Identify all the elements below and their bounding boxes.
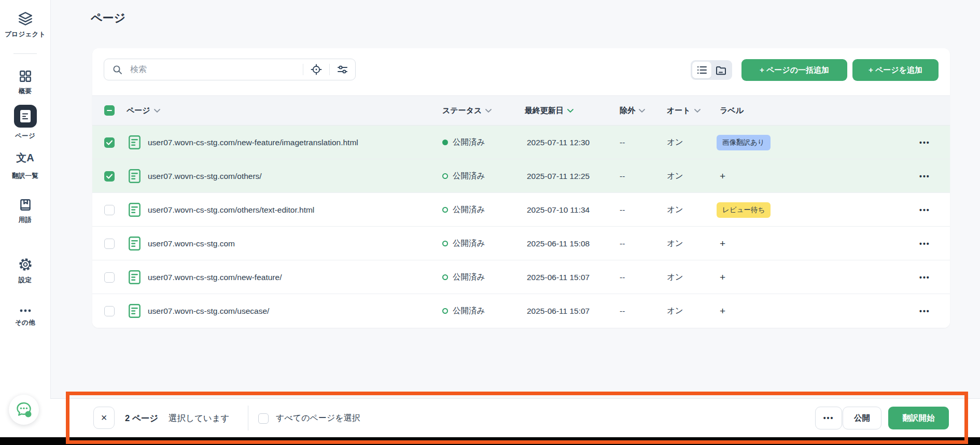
search-icon [110, 65, 124, 75]
grid-icon [0, 69, 50, 83]
sidebar-item-more[interactable]: その他 [0, 307, 50, 327]
status-dot-icon [442, 241, 448, 246]
auto-cell: オン [667, 126, 683, 159]
add-label-button[interactable]: + [720, 272, 725, 283]
filter-sliders-icon[interactable] [335, 64, 350, 75]
auto-cell: オン [667, 294, 683, 328]
row-menu-button[interactable]: ••• [919, 294, 930, 328]
column-header-updated[interactable]: 最終更新日 [525, 96, 573, 125]
sidebar-item-project[interactable]: プロジェクト [0, 11, 50, 39]
page-url[interactable]: user07.wovn-cs-stg.com/new-feature/image… [148, 126, 358, 159]
list-view-icon [697, 65, 707, 75]
exclusion-cell: -- [620, 193, 625, 227]
status-dot-icon [442, 308, 448, 314]
gear-icon [0, 257, 50, 272]
exclusion-cell: -- [620, 159, 625, 193]
page-url[interactable]: user07.wovn-cs-stg.com/others/ [148, 159, 262, 193]
column-header-auto[interactable]: オート [667, 96, 701, 125]
label-pill[interactable]: レビュー待ち [717, 202, 771, 218]
row-menu-button[interactable]: ••• [919, 193, 930, 227]
chevron-down-icon [639, 109, 645, 113]
column-header-page[interactable]: ページ [127, 96, 160, 125]
updated-cell: 2025-07-11 12:30 [527, 126, 590, 159]
sidebar-item-pages-active[interactable]: ページ [0, 105, 50, 141]
close-selection-button[interactable]: × [93, 407, 115, 429]
layers-icon [0, 11, 50, 26]
row-checkbox[interactable] [104, 205, 115, 215]
selected-count: 2 ページ [125, 399, 158, 438]
start-translation-button[interactable]: 翻訳開始 [888, 407, 949, 429]
folder-view-button[interactable] [711, 62, 731, 78]
column-header-exclusion[interactable]: 除外 [620, 96, 645, 125]
row-menu-button[interactable]: ••• [919, 159, 930, 193]
target-url-filter-icon[interactable] [309, 64, 324, 75]
chat-bubble-icon [15, 401, 33, 418]
search-input[interactable] [129, 64, 298, 75]
page-url[interactable]: user07.wovn-cs-stg.com/others/text-edito… [148, 193, 314, 227]
row-checkbox[interactable] [104, 306, 115, 316]
auto-cell: オン [667, 227, 683, 260]
add-label-button[interactable]: + [720, 238, 725, 249]
page-url[interactable]: user07.wovn-cs-stg.com [148, 227, 235, 260]
table-row: user07.wovn-cs-stg.com 公開済み 2025-06-11 1… [92, 227, 950, 260]
status-cell: 公開済み [442, 159, 485, 193]
table-row: user07.wovn-cs-stg.com/others/ 公開済み 2025… [92, 159, 950, 193]
chat-launcher-button[interactable] [9, 395, 39, 425]
updated-cell: 2025-07-10 11:34 [527, 193, 590, 227]
row-checkbox[interactable] [104, 171, 115, 182]
status-dot-icon [442, 207, 448, 213]
column-header-status[interactable]: ステータス [442, 96, 492, 125]
select-all-pages-label: すべてのページを選択 [276, 413, 360, 424]
sidebar-item-translations[interactable]: 文A 翻訳一覧 [0, 152, 50, 180]
sidebar-item-label: プロジェクト [0, 30, 50, 39]
sidebar-item-glossary[interactable]: 用語 [0, 198, 50, 225]
select-all-pages-checkbox[interactable] [258, 413, 269, 424]
exclusion-cell: -- [620, 294, 625, 328]
sidebar-item-overview[interactable]: 概要 [0, 69, 50, 96]
selection-more-button[interactable]: ••• [815, 407, 842, 429]
row-checkbox[interactable] [104, 137, 115, 148]
label-pill[interactable]: 画像翻訳あり [717, 135, 771, 150]
add-label-button[interactable]: + [720, 171, 725, 182]
row-menu-button[interactable]: ••• [919, 227, 930, 260]
view-toggle [691, 60, 732, 80]
doc-icon [129, 260, 141, 294]
translate-icon: 文A [0, 152, 50, 168]
add-page-button[interactable]: + ページを追加 [852, 59, 939, 81]
sidebar-item-label: その他 [0, 318, 50, 327]
status-dot-icon [442, 274, 448, 280]
table-row: user07.wovn-cs-stg.com/others/text-edito… [92, 193, 950, 227]
status-cell: 公開済み [442, 227, 485, 260]
row-checkbox[interactable] [104, 272, 115, 283]
row-menu-button[interactable]: ••• [919, 260, 930, 294]
sidebar-divider [13, 53, 37, 54]
row-checkbox[interactable] [104, 239, 115, 249]
search-box [104, 59, 356, 80]
chevron-down-icon [154, 109, 160, 113]
auto-cell: オン [667, 159, 683, 193]
bottom-black-strip [0, 437, 980, 445]
page-url[interactable]: user07.wovn-cs-stg.com/new-feature/ [148, 260, 282, 294]
exclusion-cell: -- [620, 126, 625, 159]
publish-button[interactable]: 公開 [843, 407, 881, 429]
row-menu-button[interactable]: ••• [919, 126, 930, 159]
sidebar: プロジェクト 概要 ページ 文A 翻訳 [0, 0, 51, 445]
search-divider [303, 64, 303, 75]
check-icon [106, 174, 113, 179]
pages-card: + ページの一括追加 + ページを追加 ページ ステータス 最終更新日 除外 オ… [92, 48, 950, 328]
updated-cell: 2025-06-11 15:07 [527, 260, 590, 294]
page-url[interactable]: user07.wovn-cs-stg.com/usecase/ [148, 294, 269, 328]
add-label-button[interactable]: + [720, 305, 725, 317]
status-cell: 公開済み [442, 294, 485, 328]
bulk-add-pages-button[interactable]: + ページの一括追加 [741, 59, 847, 81]
doc-icon [129, 294, 141, 328]
select-all-rows-checkbox[interactable] [104, 96, 115, 125]
selection-divider [248, 406, 248, 430]
sidebar-item-settings[interactable]: 設定 [0, 257, 50, 285]
table-row: user07.wovn-cs-stg.com/new-feature/image… [92, 126, 950, 159]
list-view-button[interactable] [692, 62, 711, 78]
doc-icon [129, 159, 141, 193]
table-row: user07.wovn-cs-stg.com/usecase/ 公開済み 202… [92, 294, 950, 328]
close-icon: × [101, 412, 107, 424]
column-header-label: ラベル [720, 96, 744, 125]
